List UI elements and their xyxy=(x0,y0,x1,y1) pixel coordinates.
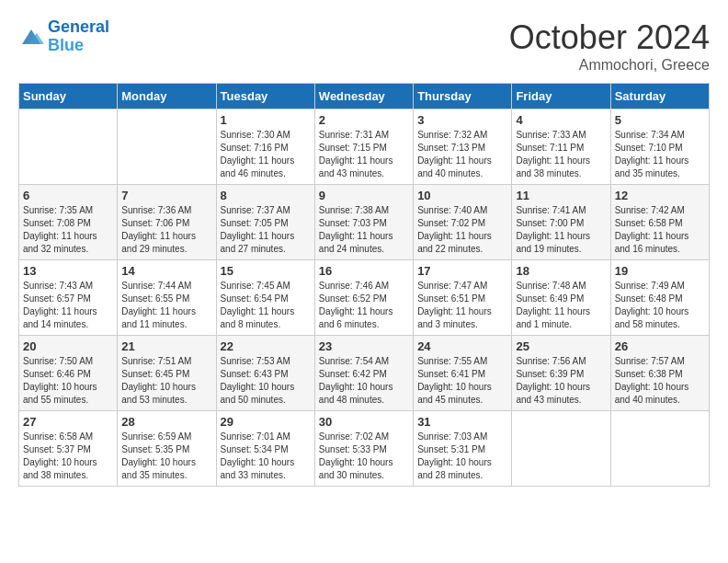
calendar-cell: 21Sunrise: 7:51 AM Sunset: 6:45 PM Dayli… xyxy=(118,336,216,411)
calendar-cell xyxy=(610,411,709,487)
cell-content: Sunrise: 7:38 AM Sunset: 7:03 PM Dayligh… xyxy=(319,204,409,256)
cell-content: Sunrise: 7:40 AM Sunset: 7:02 PM Dayligh… xyxy=(417,204,507,256)
calendar-cell: 11Sunrise: 7:41 AM Sunset: 7:00 PM Dayli… xyxy=(512,185,610,260)
cell-content: Sunrise: 7:32 AM Sunset: 7:13 PM Dayligh… xyxy=(417,129,507,180)
calendar-cell: 1Sunrise: 7:30 AM Sunset: 7:16 PM Daylig… xyxy=(216,109,314,185)
day-number: 6 xyxy=(23,189,113,202)
day-number: 31 xyxy=(417,415,507,429)
weekday-header: Sunday xyxy=(19,84,118,109)
cell-content: Sunrise: 7:49 AM Sunset: 6:48 PM Dayligh… xyxy=(615,280,705,331)
cell-content: Sunrise: 7:48 AM Sunset: 6:49 PM Dayligh… xyxy=(516,280,606,331)
cell-content: Sunrise: 7:51 AM Sunset: 6:45 PM Dayligh… xyxy=(121,355,211,407)
cell-content: Sunrise: 7:36 AM Sunset: 7:06 PM Dayligh… xyxy=(121,204,211,256)
cell-content: Sunrise: 6:58 AM Sunset: 5:37 PM Dayligh… xyxy=(23,431,113,482)
day-number: 2 xyxy=(319,113,409,127)
day-number: 19 xyxy=(615,264,705,278)
cell-content: Sunrise: 7:44 AM Sunset: 6:55 PM Dayligh… xyxy=(121,280,211,331)
calendar-cell: 16Sunrise: 7:46 AM Sunset: 6:52 PM Dayli… xyxy=(314,260,413,336)
calendar-week-row: 27Sunrise: 6:58 AM Sunset: 5:37 PM Dayli… xyxy=(19,411,710,487)
calendar-cell: 2Sunrise: 7:31 AM Sunset: 7:15 PM Daylig… xyxy=(314,109,413,185)
day-number: 5 xyxy=(615,113,705,127)
calendar-cell: 10Sunrise: 7:40 AM Sunset: 7:02 PM Dayli… xyxy=(414,185,512,260)
calendar-cell: 17Sunrise: 7:47 AM Sunset: 6:51 PM Dayli… xyxy=(414,260,512,336)
day-number: 12 xyxy=(615,189,705,202)
day-number: 7 xyxy=(121,189,211,202)
day-number: 1 xyxy=(221,113,311,127)
cell-content: Sunrise: 7:50 AM Sunset: 6:46 PM Dayligh… xyxy=(23,355,113,407)
calendar-cell: 8Sunrise: 7:37 AM Sunset: 7:05 PM Daylig… xyxy=(216,185,314,260)
day-number: 28 xyxy=(121,415,211,429)
day-number: 11 xyxy=(516,189,606,202)
calendar-cell: 25Sunrise: 7:56 AM Sunset: 6:39 PM Dayli… xyxy=(512,336,610,411)
cell-content: Sunrise: 7:37 AM Sunset: 7:05 PM Dayligh… xyxy=(221,204,311,256)
calendar-cell: 29Sunrise: 7:01 AM Sunset: 5:34 PM Dayli… xyxy=(216,411,314,487)
day-number: 10 xyxy=(417,189,507,202)
day-number: 29 xyxy=(221,415,311,429)
day-number: 25 xyxy=(516,339,606,353)
calendar-cell xyxy=(512,411,610,487)
cell-content: Sunrise: 7:47 AM Sunset: 6:51 PM Dayligh… xyxy=(417,280,507,331)
calendar-cell: 5Sunrise: 7:34 AM Sunset: 7:10 PM Daylig… xyxy=(610,109,709,185)
calendar-cell: 24Sunrise: 7:55 AM Sunset: 6:41 PM Dayli… xyxy=(414,336,512,411)
day-number: 20 xyxy=(23,339,113,353)
calendar-cell xyxy=(19,109,118,185)
cell-content: Sunrise: 7:53 AM Sunset: 6:43 PM Dayligh… xyxy=(221,355,311,407)
calendar-cell: 22Sunrise: 7:53 AM Sunset: 6:43 PM Dayli… xyxy=(216,336,314,411)
calendar-cell: 19Sunrise: 7:49 AM Sunset: 6:48 PM Dayli… xyxy=(610,260,709,336)
day-number: 22 xyxy=(221,339,311,353)
calendar-cell: 28Sunrise: 6:59 AM Sunset: 5:35 PM Dayli… xyxy=(118,411,216,487)
day-number: 27 xyxy=(23,415,113,429)
weekday-header: Thursday xyxy=(414,84,512,109)
page-header: General Blue October 2024 Ammochori, Gre… xyxy=(18,18,710,74)
weekday-header: Friday xyxy=(512,84,610,109)
cell-content: Sunrise: 7:35 AM Sunset: 7:08 PM Dayligh… xyxy=(23,204,113,256)
day-number: 14 xyxy=(121,264,211,278)
cell-content: Sunrise: 7:03 AM Sunset: 5:31 PM Dayligh… xyxy=(417,431,507,482)
weekday-header: Monday xyxy=(118,84,216,109)
day-number: 30 xyxy=(319,415,409,429)
cell-content: Sunrise: 7:34 AM Sunset: 7:10 PM Dayligh… xyxy=(615,129,705,180)
calendar-cell: 27Sunrise: 6:58 AM Sunset: 5:37 PM Dayli… xyxy=(19,411,118,487)
calendar-cell: 7Sunrise: 7:36 AM Sunset: 7:06 PM Daylig… xyxy=(118,185,216,260)
day-number: 3 xyxy=(417,113,507,127)
cell-content: Sunrise: 7:33 AM Sunset: 7:11 PM Dayligh… xyxy=(516,129,606,180)
day-number: 24 xyxy=(417,339,507,353)
calendar-week-row: 1Sunrise: 7:30 AM Sunset: 7:16 PM Daylig… xyxy=(19,109,710,185)
logo-text: General Blue xyxy=(48,18,109,55)
calendar-week-row: 13Sunrise: 7:43 AM Sunset: 6:57 PM Dayli… xyxy=(19,260,710,336)
calendar-cell: 23Sunrise: 7:54 AM Sunset: 6:42 PM Dayli… xyxy=(314,336,413,411)
weekday-header: Saturday xyxy=(610,84,709,109)
calendar-cell: 4Sunrise: 7:33 AM Sunset: 7:11 PM Daylig… xyxy=(512,109,610,185)
cell-content: Sunrise: 7:01 AM Sunset: 5:34 PM Dayligh… xyxy=(221,431,311,482)
calendar-table: SundayMondayTuesdayWednesdayThursdayFrid… xyxy=(18,83,710,487)
cell-content: Sunrise: 7:57 AM Sunset: 6:38 PM Dayligh… xyxy=(615,355,705,407)
day-number: 8 xyxy=(221,189,311,202)
cell-content: Sunrise: 7:30 AM Sunset: 7:16 PM Dayligh… xyxy=(221,129,311,180)
weekday-header: Wednesday xyxy=(314,84,413,109)
cell-content: Sunrise: 7:42 AM Sunset: 6:58 PM Dayligh… xyxy=(615,204,705,256)
calendar-cell: 13Sunrise: 7:43 AM Sunset: 6:57 PM Dayli… xyxy=(19,260,118,336)
location-subtitle: Ammochori, Greece xyxy=(509,57,710,74)
calendar-cell: 12Sunrise: 7:42 AM Sunset: 6:58 PM Dayli… xyxy=(610,185,709,260)
day-number: 21 xyxy=(121,339,211,353)
cell-content: Sunrise: 7:46 AM Sunset: 6:52 PM Dayligh… xyxy=(319,280,409,331)
day-number: 13 xyxy=(23,264,113,278)
cell-content: Sunrise: 6:59 AM Sunset: 5:35 PM Dayligh… xyxy=(121,431,211,482)
calendar-cell: 15Sunrise: 7:45 AM Sunset: 6:54 PM Dayli… xyxy=(216,260,314,336)
day-number: 18 xyxy=(516,264,606,278)
calendar-cell: 31Sunrise: 7:03 AM Sunset: 5:31 PM Dayli… xyxy=(414,411,512,487)
title-area: October 2024 Ammochori, Greece xyxy=(509,18,710,74)
cell-content: Sunrise: 7:43 AM Sunset: 6:57 PM Dayligh… xyxy=(23,280,113,331)
cell-content: Sunrise: 7:56 AM Sunset: 6:39 PM Dayligh… xyxy=(516,355,606,407)
calendar-cell: 3Sunrise: 7:32 AM Sunset: 7:13 PM Daylig… xyxy=(414,109,512,185)
cell-content: Sunrise: 7:02 AM Sunset: 5:33 PM Dayligh… xyxy=(319,431,409,482)
logo-icon xyxy=(18,26,44,48)
calendar-week-row: 6Sunrise: 7:35 AM Sunset: 7:08 PM Daylig… xyxy=(19,185,710,260)
cell-content: Sunrise: 7:31 AM Sunset: 7:15 PM Dayligh… xyxy=(319,129,409,180)
cell-content: Sunrise: 7:45 AM Sunset: 6:54 PM Dayligh… xyxy=(221,280,311,331)
cell-content: Sunrise: 7:41 AM Sunset: 7:00 PM Dayligh… xyxy=(516,204,606,256)
calendar-cell: 30Sunrise: 7:02 AM Sunset: 5:33 PM Dayli… xyxy=(314,411,413,487)
day-number: 23 xyxy=(319,339,409,353)
day-number: 26 xyxy=(615,339,705,353)
calendar-week-row: 20Sunrise: 7:50 AM Sunset: 6:46 PM Dayli… xyxy=(19,336,710,411)
